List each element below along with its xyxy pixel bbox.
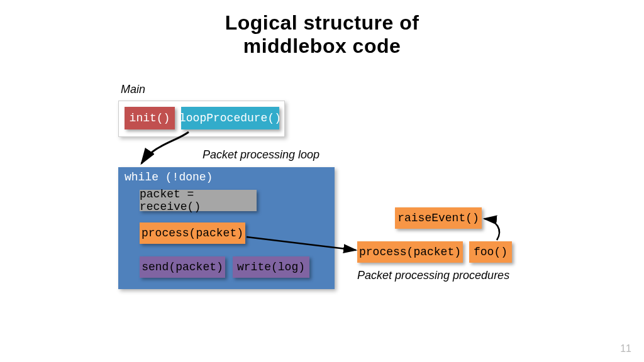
send-box: send(packet) [140,256,225,278]
while-text: while (!done) [125,171,213,184]
process-box-inner: process(packet) [140,222,245,244]
receive-box: packet = receive() [140,190,257,211]
slide-title: Logical structure ofmiddlebox code [0,0,644,58]
procedures-label: Packet processing procedures [357,269,509,282]
page-number: 11 [620,343,631,354]
loop-procedure-box: loopProcedure() [181,107,279,129]
process-box-outer: process(packet) [357,241,463,263]
loop-label: Packet processing loop [203,148,319,162]
main-label: Main [121,83,145,96]
raise-event-box: raiseEvent() [395,207,482,229]
write-log-box: write(log) [233,256,309,278]
foo-box: foo() [469,241,512,263]
init-box: init() [125,107,175,129]
